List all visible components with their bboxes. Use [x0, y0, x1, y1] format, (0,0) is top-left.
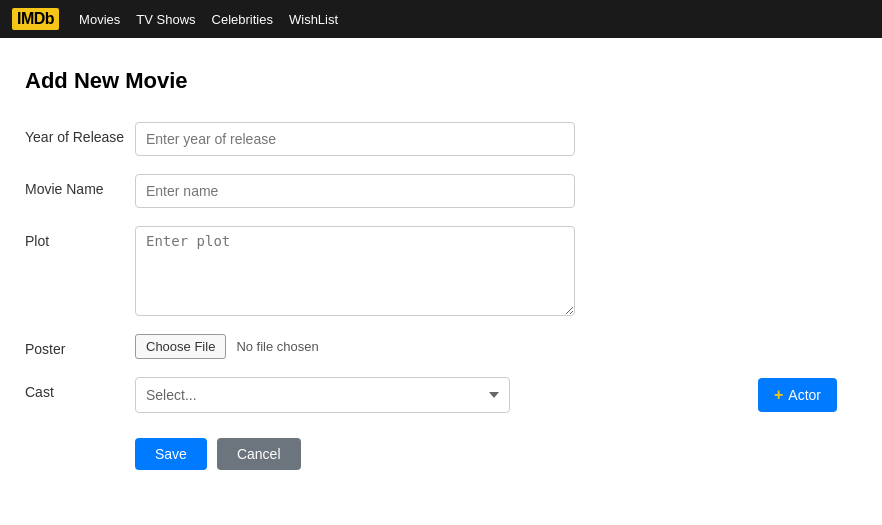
poster-input-group: Choose File No file chosen	[135, 334, 319, 359]
year-of-release-group: Year of Release	[25, 122, 857, 156]
movie-name-group: Movie Name	[25, 174, 857, 208]
choose-file-button[interactable]: Choose File	[135, 334, 226, 359]
main-content: Add New Movie Year of Release Movie Name…	[0, 38, 882, 500]
plot-label: Plot	[25, 226, 135, 249]
cast-select-wrap: Select...	[135, 377, 510, 413]
page-title: Add New Movie	[25, 68, 857, 94]
year-of-release-label: Year of Release	[25, 122, 135, 145]
nav-links: Movies TV Shows Celebrities WishList	[79, 12, 338, 27]
cancel-button[interactable]: Cancel	[217, 438, 301, 470]
nav-wishlist[interactable]: WishList	[289, 12, 338, 27]
cast-label: Cast	[25, 377, 135, 400]
plot-group: Plot	[25, 226, 857, 316]
movie-name-input[interactable]	[135, 174, 575, 208]
cast-group: Cast Select... + Actor	[25, 377, 857, 413]
nav-celebrities[interactable]: Celebrities	[212, 12, 273, 27]
no-file-text: No file chosen	[236, 339, 318, 354]
plot-textarea[interactable]	[135, 226, 575, 316]
navbar: IMDb Movies TV Shows Celebrities WishLis…	[0, 0, 882, 38]
movie-name-label: Movie Name	[25, 174, 135, 197]
poster-group: Poster Choose File No file chosen	[25, 334, 857, 359]
nav-movies[interactable]: Movies	[79, 12, 120, 27]
cast-select[interactable]: Select...	[135, 377, 510, 413]
poster-label: Poster	[25, 334, 135, 357]
add-actor-button[interactable]: + Actor	[758, 378, 837, 412]
nav-tvshows[interactable]: TV Shows	[136, 12, 195, 27]
cast-row: Select... + Actor	[135, 377, 857, 413]
form-buttons: Save Cancel	[25, 438, 857, 470]
add-actor-label: Actor	[788, 387, 821, 403]
save-button[interactable]: Save	[135, 438, 207, 470]
imdb-logo: IMDb	[12, 8, 59, 30]
year-of-release-input[interactable]	[135, 122, 575, 156]
plus-icon: +	[774, 386, 783, 404]
